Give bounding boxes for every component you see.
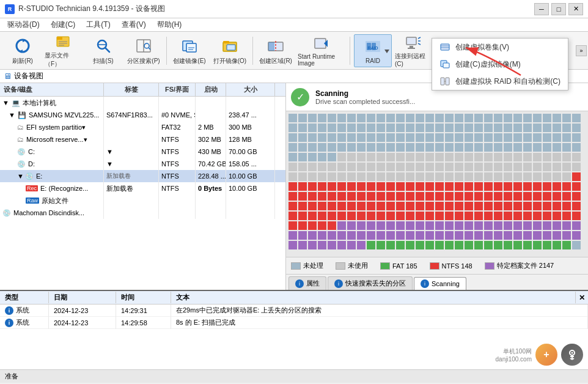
disk-cell <box>406 124 414 132</box>
legend-fat: FAT 185 <box>380 262 417 270</box>
menu-help[interactable]: 帮助(H) <box>152 18 187 31</box>
dropdown-item-virtual-volume[interactable]: 创建虚拟卷集(V) <box>432 39 568 56</box>
tab-scanning[interactable]: i Scanning <box>414 277 466 290</box>
dropdown-item-label: 创建虚拟卷集(V) <box>455 42 509 53</box>
disk-cell <box>367 212 375 220</box>
disk-cell <box>396 143 405 152</box>
disk-cell <box>445 182 454 191</box>
disk-cell <box>337 182 346 191</box>
disk-cell <box>465 212 473 220</box>
maximize-button[interactable]: □ <box>551 3 566 15</box>
show-files-button[interactable]: 显示文件（F） <box>44 34 82 67</box>
disk-cell <box>455 143 463 152</box>
svg-line-33 <box>418 37 421 39</box>
disk-cell <box>377 124 385 132</box>
disk-cell <box>288 231 297 240</box>
refresh-button[interactable]: 刷新(R) <box>4 34 42 67</box>
watermark-domain: danji100.com <box>496 356 532 363</box>
disk-cell <box>298 221 307 230</box>
disk-cell <box>416 202 424 210</box>
disk-cell <box>543 172 551 181</box>
disk-cell <box>494 124 502 132</box>
menu-view[interactable]: 查看(V) <box>117 18 151 31</box>
disk-cell <box>572 163 581 171</box>
connect-remote-button[interactable]: 连接到远程(C) <box>394 34 432 67</box>
dropdown-item-virtual-raid[interactable]: 创建虚拟块 RAID 和自动检测(C) <box>432 73 568 90</box>
menu-drive[interactable]: 驱动器(D) <box>2 18 45 31</box>
open-image-button[interactable]: 打开镜像(O) <box>211 34 249 67</box>
disk-cell <box>474 241 483 249</box>
raid-button[interactable]: RAID RAID <box>354 34 392 67</box>
disk-cell <box>377 221 385 230</box>
disk-cell <box>562 241 571 249</box>
svg-text:RAID: RAID <box>367 46 378 50</box>
partition-search-button[interactable]: 分区搜索(P) <box>125 34 163 67</box>
log-text: 8s 的 E: 扫描已完成 <box>171 317 588 329</box>
disk-cell <box>553 212 561 220</box>
dropdown-item-virtual-image[interactable]: 创建(C)虚拟镜像(M) <box>432 56 568 73</box>
log-header-type: 类型 <box>0 292 49 303</box>
disk-cell <box>318 143 326 152</box>
svg-point-51 <box>571 352 573 354</box>
list-item[interactable]: 💿 C: ▼ NTFS 430 MB 70.00 GB <box>0 146 285 158</box>
disk-cell <box>328 114 336 122</box>
menu-create[interactable]: 创建(C) <box>46 18 81 31</box>
disk-cell <box>533 172 542 181</box>
disk-cell <box>523 202 532 210</box>
disk-cell <box>572 231 581 240</box>
log-row[interactable]: i 系统 2024-12-23 14:29:58 8s 的 E: 扫描已完成 <box>0 317 588 329</box>
disk-cell <box>308 192 317 201</box>
minimize-button[interactable]: ─ <box>534 3 549 15</box>
list-item[interactable]: ▼ 💾 SAMSUNG MZVL225... S674NF1R83... #0 … <box>0 109 285 121</box>
disk-cell <box>465 133 473 142</box>
tab-quick-search[interactable]: i 快速搜索丢失的分区 <box>328 276 413 290</box>
disk-cell <box>288 202 297 210</box>
disk-cell <box>377 231 385 240</box>
disk-cell <box>386 163 395 171</box>
disk-cell <box>347 182 356 191</box>
disk-cell <box>396 202 405 210</box>
log-header: 类型 日期 时间 文本 ✕ <box>0 291 588 305</box>
disk-cell <box>435 124 444 132</box>
header-size: 大小 <box>226 83 275 96</box>
tab-properties[interactable]: i 属性 <box>288 276 326 290</box>
disk-cell <box>494 114 502 122</box>
scan-button[interactable]: 扫描(S) <box>84 34 122 67</box>
disk-cell <box>386 212 395 220</box>
disk-cell <box>523 143 532 152</box>
list-item[interactable]: Rec E: (Recognize... 新加载卷 NTFS 0 Bytes 1… <box>0 182 285 194</box>
device-name: ▼ 💿 E: <box>0 170 104 182</box>
log-close-button[interactable]: ✕ <box>576 294 588 302</box>
create-image-button[interactable]: 创建镜像(E) <box>171 34 208 67</box>
list-item[interactable]: 💿 Machoman Discindisk... <box>0 207 285 219</box>
disk-cell <box>416 221 424 230</box>
disk-cell <box>396 182 405 191</box>
disk-cell <box>396 153 405 161</box>
disk-cell <box>396 241 405 249</box>
disk-cell <box>377 212 385 220</box>
list-item[interactable]: 🗂 EFI system partitio▾ FAT32 2 MB 300 MB <box>0 121 285 133</box>
close-button[interactable]: ✕ <box>568 3 583 15</box>
disk-cell <box>474 153 483 161</box>
log-row[interactable]: i 系统 2024-12-23 14:29:31 在29ms中已完成对驱动器E:… <box>0 305 588 317</box>
list-item[interactable]: Raw 原始文件 <box>0 194 285 207</box>
list-item[interactable]: 🗂 Microsoft reserve...▾ NTFS 302 MB 128 … <box>0 133 285 146</box>
list-item[interactable]: ▼ 💻 本地计算机 <box>0 97 285 109</box>
disk-cell <box>474 124 483 132</box>
list-item[interactable]: ▼ 💿 E: 新加载卷 NTFS 228.48 ... 10.00 GB <box>0 170 285 182</box>
log-header-date: 日期 <box>49 292 116 303</box>
log-type: i 系统 <box>0 317 49 329</box>
toolbar-expand-button[interactable]: » <box>576 45 587 56</box>
disk-cell <box>562 212 571 220</box>
disk-cell <box>435 231 444 240</box>
disk-cell <box>562 182 571 191</box>
disk-cell <box>357 202 366 210</box>
legend-ntfs-color <box>430 262 439 270</box>
menu-tools[interactable]: 工具(T) <box>81 18 115 31</box>
title-bar-controls[interactable]: ─ □ ✕ <box>534 3 583 15</box>
list-item[interactable]: 💿 D: ▼ NTFS 70.42 GB 158.05 ... <box>0 158 285 170</box>
start-runtime-button[interactable]: Start Runtime Image <box>297 34 346 67</box>
disk-cell <box>504 221 512 230</box>
disk-cell <box>572 172 581 181</box>
create-region-button[interactable]: 创建区域(R) <box>257 34 295 67</box>
